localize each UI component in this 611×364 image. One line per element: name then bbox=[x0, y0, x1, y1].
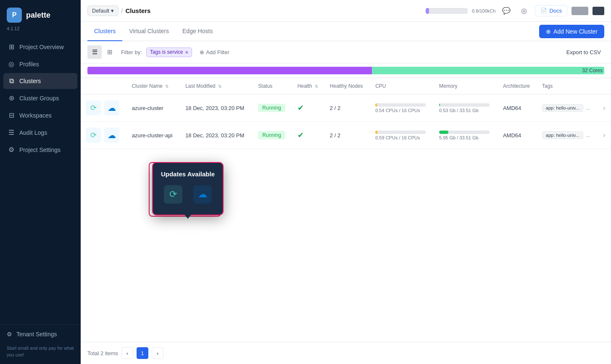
memory-cell: 0.53 Gb / 33.51 Gb bbox=[434, 94, 498, 122]
audit-logs-icon: ☰ bbox=[8, 128, 15, 136]
cluster-icon-bg: ⟳ bbox=[86, 128, 101, 143]
cpu-label: 0.54 CPUs / 16 CPUs bbox=[375, 108, 429, 113]
row-expand-arrow[interactable]: › bbox=[603, 131, 605, 139]
sidebar-item-cluster-groups[interactable]: ⊛ Cluster Groups bbox=[3, 90, 77, 106]
healthy-nodes-cell: 2 / 2 bbox=[325, 94, 370, 122]
cluster-icon-bg: ⟳ bbox=[86, 100, 101, 115]
filter-by-label: Filter by: bbox=[121, 49, 142, 55]
usage-bar-fill bbox=[426, 8, 429, 14]
table-row[interactable]: ⟳ ☁ azure-cluster bbox=[81, 94, 611, 122]
prev-page-button[interactable]: ‹ bbox=[121, 347, 133, 359]
workspaces-icon: ⊟ bbox=[8, 111, 15, 119]
azure-update-icon: ☁ bbox=[193, 185, 212, 204]
updates-popup: Updates Available ⟳ ☁ bbox=[152, 162, 224, 219]
plus-circle-icon: ⊕ bbox=[200, 49, 204, 55]
row-action-cell: › bbox=[598, 122, 611, 149]
workspace-name: Default bbox=[92, 8, 109, 14]
tag-pill: app: hello-univ... bbox=[542, 131, 583, 139]
table-row[interactable]: ⟳ ☁ azure-cluster-api bbox=[81, 122, 611, 149]
overview-icon: ⊞ bbox=[8, 43, 15, 51]
col-tags: Tags bbox=[537, 78, 598, 94]
docs-icon: 📄 bbox=[540, 8, 547, 14]
architecture-cell: AMD64 bbox=[498, 122, 537, 149]
topbar-bar2 bbox=[593, 7, 604, 15]
tab-clusters[interactable]: Clusters bbox=[87, 22, 122, 41]
content-area: Clusters Virtual Clusters Edge Hosts ⊕ A… bbox=[81, 22, 611, 364]
clusters-table-element: Cluster Name ⇅ Last Modified ⇅ Status He… bbox=[81, 78, 611, 149]
mem-label: 0.53 Gb / 33.51 Gb bbox=[439, 108, 493, 113]
azure-icon-bg: ☁ bbox=[104, 128, 119, 143]
cluster-update-icon: ⟳ bbox=[164, 185, 182, 204]
workspace-selector[interactable]: Default ▾ bbox=[87, 5, 119, 16]
export-csv-button[interactable]: Export to CSV bbox=[563, 48, 604, 57]
tab-edge-hosts[interactable]: Edge Hosts bbox=[176, 22, 219, 41]
topbar-actions: 0.8/100kCh 💬 ◎ 📄 Docs bbox=[426, 4, 604, 18]
user-icon[interactable]: ◎ bbox=[517, 4, 531, 18]
cluster-name: azure-cluster-api bbox=[132, 132, 173, 139]
sidebar-item-audit-logs[interactable]: ☰ Audit Logs bbox=[3, 124, 77, 141]
tab-virtual-clusters[interactable]: Virtual Clusters bbox=[122, 22, 176, 41]
list-view-button[interactable]: ☰ bbox=[87, 45, 102, 59]
add-filter-label: Add Filter bbox=[206, 49, 229, 55]
mem-label: 5.95 Gb / 33.51 Gb bbox=[439, 135, 493, 140]
status-cell: Running bbox=[253, 122, 292, 149]
row-icon-cell: ⟳ ☁ bbox=[81, 122, 127, 149]
col-status: Status bbox=[253, 78, 292, 94]
cluster-groups-icon: ⊛ bbox=[8, 94, 15, 102]
docs-button[interactable]: 📄 Docs bbox=[535, 5, 567, 16]
add-cluster-label: Add New Cluster bbox=[553, 28, 598, 35]
logo-icon: P bbox=[7, 8, 22, 23]
sidebar-item-project-overview[interactable]: ⊞ Project Overview bbox=[3, 39, 77, 55]
sidebar-item-label: Project Settings bbox=[19, 147, 61, 153]
sort-icon: ⇅ bbox=[165, 84, 169, 89]
grid-view-button[interactable]: ⊞ bbox=[103, 45, 117, 59]
sidebar-item-label: Project Overview bbox=[19, 44, 64, 50]
active-filter-tag[interactable]: Tags is service × bbox=[146, 47, 192, 57]
sidebar-item-label: Workspaces bbox=[19, 112, 52, 119]
last-modified-cell: 18 Dec, 2023, 03:20 PM bbox=[180, 94, 253, 122]
usage-bar bbox=[426, 8, 468, 14]
architecture: AMD64 bbox=[503, 105, 521, 111]
status-badge: Running bbox=[258, 131, 285, 139]
status-cell: Running bbox=[253, 94, 292, 122]
col-architecture: Architecture bbox=[498, 78, 537, 94]
add-filter-button[interactable]: ⊕ Add Filter bbox=[196, 48, 233, 57]
updates-icon-row: ⟳ ☁ bbox=[161, 182, 215, 207]
sidebar-footer: ⚙ Tenant Settings Start small and only p… bbox=[0, 325, 81, 364]
sidebar-item-project-settings[interactable]: ⚙ Project Settings bbox=[3, 141, 77, 158]
chat-icon[interactable]: 💬 bbox=[500, 4, 513, 18]
next-page-button[interactable]: › bbox=[152, 347, 163, 359]
row-icon-cell: ⟳ ☁ bbox=[81, 94, 127, 122]
mem-bar bbox=[439, 131, 490, 134]
tags-cell: app: hello-univ... ... bbox=[537, 122, 598, 149]
row-expand-arrow[interactable]: › bbox=[603, 104, 605, 111]
sidebar-nav: ⊞ Project Overview ◎ Profiles ⧉ Clusters… bbox=[0, 37, 81, 325]
resource-bar-container: 32 Cores bbox=[81, 63, 611, 78]
sidebar-item-workspaces[interactable]: ⊟ Workspaces bbox=[3, 107, 77, 123]
resource-bar-available bbox=[372, 67, 605, 74]
remove-filter-button[interactable]: × bbox=[185, 49, 189, 55]
col-cluster-name[interactable]: Cluster Name ⇅ bbox=[127, 78, 180, 94]
cluster-type-icon: ⟳ bbox=[90, 103, 97, 113]
filters-row: ☰ ⊞ Filter by: Tags is service × ⊕ Add F… bbox=[81, 41, 611, 63]
more-tags: ... bbox=[586, 105, 590, 110]
cluster-name-cell: azure-cluster bbox=[127, 94, 180, 122]
total-items-label: Total 2 items bbox=[87, 350, 118, 356]
tenant-settings-icon: ⚙ bbox=[7, 331, 12, 338]
tags-cell: app: hello-univ... ... bbox=[537, 94, 598, 122]
cluster-type-icon: ⟳ bbox=[90, 131, 97, 140]
health-cell: ✔ bbox=[292, 122, 325, 149]
more-tags: ... bbox=[586, 133, 590, 138]
col-last-modified[interactable]: Last Modified ⇅ bbox=[180, 78, 253, 94]
health-icon: ✔ bbox=[298, 104, 304, 112]
azure-cloud-icon: ☁ bbox=[108, 130, 116, 140]
sidebar-item-clusters[interactable]: ⧉ Clusters bbox=[3, 73, 77, 89]
usage-label: 0.8/100kCh bbox=[472, 8, 495, 13]
add-cluster-button[interactable]: ⊕ Add New Cluster bbox=[539, 25, 604, 38]
row-action-cell: › bbox=[598, 94, 611, 122]
sidebar-item-profiles[interactable]: ◎ Profiles bbox=[3, 56, 77, 72]
col-health[interactable]: Health ⇅ bbox=[292, 78, 325, 94]
sidebar-item-tenant-settings[interactable]: ⚙ Tenant Settings bbox=[7, 331, 74, 338]
page-1-button[interactable]: 1 bbox=[137, 347, 148, 359]
col-memory: Memory bbox=[434, 78, 498, 94]
